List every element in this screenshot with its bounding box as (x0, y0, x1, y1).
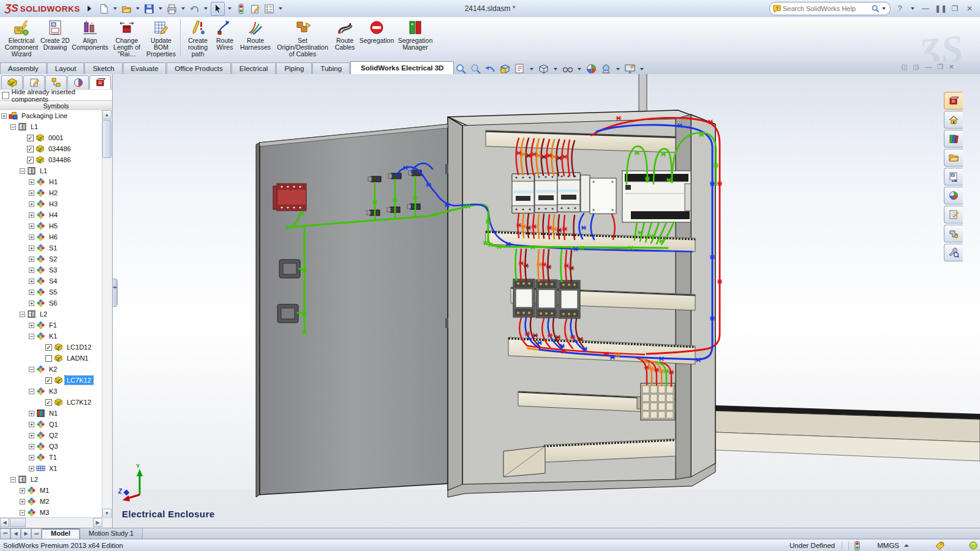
tab-model[interactable]: Model (42, 528, 80, 539)
taskpane-sw-electrical-button[interactable] (944, 92, 963, 110)
help-dropdown-icon[interactable] (911, 7, 914, 10)
tree-item-k2[interactable]: −K2 (0, 364, 102, 375)
expand-toggle-icon[interactable]: + (29, 444, 34, 449)
ribbon-change-length-button[interactable]: Change Length of "Rai… (109, 17, 145, 59)
hide-show-dropdown-icon[interactable] (578, 68, 581, 70)
collapse-toggle-icon[interactable]: − (29, 367, 34, 372)
save-button[interactable] (143, 2, 156, 15)
collapse-toggle-icon[interactable]: − (20, 312, 25, 317)
collapse-toggle-icon[interactable]: − (29, 334, 34, 339)
tab-solidworks-electrical-3d[interactable]: SolidWorks Electrical 3D (350, 61, 454, 74)
save-dropdown-icon[interactable] (159, 7, 162, 10)
component-traffic-light-button[interactable] (235, 2, 247, 15)
collapse-toggle-icon[interactable]: − (20, 510, 25, 515)
taskpane-file-explorer-button[interactable] (944, 149, 963, 167)
expand-toggle-icon[interactable]: + (29, 234, 34, 240)
tree-item-s4[interactable]: +S4 (0, 276, 102, 287)
options-list-button[interactable] (263, 2, 276, 15)
doc-restore-icon[interactable]: ❐ (937, 63, 943, 71)
tree-item-n1[interactable]: +N1 (0, 408, 102, 419)
new-dropdown-icon[interactable] (113, 7, 117, 10)
next-tab-icon[interactable]: ▶ (21, 528, 31, 539)
help-button[interactable]: ? (894, 4, 905, 13)
tree-item-l2[interactable]: −L2 (0, 474, 102, 485)
tree-item-s1[interactable]: +S1 (0, 242, 102, 253)
tree-item-034486[interactable]: ✓034486 (0, 154, 102, 165)
tree-vertical-scrollbar[interactable]: ▲ ▼ (102, 110, 112, 518)
tree-item-packaging-line[interactable]: +Packaging Line (0, 110, 102, 121)
ribbon-update-bom-properties-button[interactable]: Update BOM Properties (145, 17, 178, 59)
ribbon-align-components-button[interactable]: Align Components (71, 17, 109, 59)
tree-item-t1[interactable]: +T1 (0, 452, 102, 463)
ribbon-route-wires-button[interactable]: Route Wires (213, 17, 237, 59)
taskpane-custom-properties-button[interactable] (944, 206, 963, 223)
tree-item-m2[interactable]: +M2 (0, 496, 102, 507)
print-dropdown-icon[interactable] (181, 7, 185, 10)
expand-toggle-icon[interactable]: + (29, 422, 34, 427)
print-button[interactable] (165, 2, 178, 15)
toolbar-expand-arrow-icon[interactable] (88, 6, 91, 12)
tab-piping[interactable]: Piping (276, 62, 312, 74)
tree-item-s5[interactable]: +S5 (0, 287, 102, 298)
tree-item-k3[interactable]: −K3 (0, 386, 102, 397)
minimize-button[interactable]: — (920, 4, 931, 13)
tree-item-h3[interactable]: +H3 (0, 198, 102, 209)
apply-scene-dropdown-icon[interactable] (616, 68, 620, 70)
display-style-dropdown-icon[interactable] (554, 68, 557, 70)
tree-item-0001[interactable]: ✓0001 (0, 132, 102, 143)
scroll-up-icon[interactable]: ▲ (102, 110, 111, 119)
expand-toggle-icon[interactable]: + (29, 411, 34, 416)
tree-item-034486[interactable]: ✓034486 (0, 143, 102, 154)
tree-checkbox[interactable]: ✓ (27, 135, 34, 141)
prev-tab-icon[interactable]: ◀ (10, 528, 21, 539)
expand-toggle-icon[interactable]: + (29, 212, 34, 218)
ribbon-route-harnesses-button[interactable]: Route Harnesses (237, 17, 274, 59)
expand-toggle-icon[interactable]: + (29, 257, 34, 262)
tree-checkbox[interactable]: ✓ (27, 157, 34, 163)
options-dropdown-icon[interactable] (279, 7, 282, 10)
taskpane-design-library-button[interactable] (944, 130, 963, 148)
zoom-to-fit-icon[interactable] (454, 62, 467, 75)
new-document-button[interactable] (97, 2, 110, 15)
view-settings-icon[interactable] (624, 62, 636, 75)
taskpane-routing-library-button[interactable] (944, 225, 963, 242)
ribbon-create-2d-drawing-button[interactable]: Create 2D Drawing (39, 17, 71, 59)
tree-item-x1[interactable]: +X1 (0, 463, 102, 474)
expand-toggle-icon[interactable]: + (29, 179, 34, 185)
tree-item-s6[interactable]: +S6 (0, 298, 102, 309)
first-tab-icon[interactable]: ⏮ (0, 528, 10, 539)
viewport-3d-scene[interactable]: Y Z Electrical Enclosure (112, 74, 980, 528)
expand-toggle-icon[interactable]: + (29, 301, 34, 306)
ribbon-route-cables-button[interactable]: Route Cables (331, 17, 358, 59)
collapse-toggle-icon[interactable]: − (10, 477, 16, 482)
tab-office-products[interactable]: Office Products (167, 62, 230, 74)
ribbon-create-routing-path-button[interactable]: Create routing path (183, 17, 213, 59)
undo-button[interactable] (188, 2, 201, 15)
tree-item-s3[interactable]: +S3 (0, 264, 102, 276)
tree-item-h2[interactable]: +H2 (0, 187, 102, 198)
tree-item-q3[interactable]: +Q3 (0, 441, 102, 452)
tree-item-l2[interactable]: −L2 (0, 309, 102, 320)
tree-checkbox[interactable] (45, 355, 52, 362)
taskpane-view-palette-button[interactable] (944, 168, 963, 186)
doc-close-icon[interactable]: ✕ (949, 63, 954, 71)
tree-item-f1[interactable]: +F1 (0, 320, 102, 331)
taskpane-home-button[interactable] (944, 111, 963, 129)
tree-item-m1[interactable]: +M1 (0, 485, 102, 496)
expand-toggle-icon[interactable]: + (29, 279, 34, 284)
status-units[interactable]: MMGS (877, 542, 899, 549)
search-input[interactable] (782, 4, 871, 13)
tree-item-ladn1[interactable]: LADN1 (0, 353, 102, 364)
tree-item-h1[interactable]: +H1 (0, 176, 102, 187)
restore-button[interactable]: ❐ (949, 4, 960, 13)
tree-checkbox[interactable]: ✓ (45, 399, 52, 406)
tree-item-h4[interactable]: +H4 (0, 209, 102, 220)
expand-toggle-icon[interactable]: + (29, 466, 34, 471)
section-view-icon[interactable] (499, 62, 511, 75)
tab-tubing[interactable]: Tubing (312, 62, 350, 74)
undo-dropdown-icon[interactable] (204, 7, 208, 10)
scroll-down-icon[interactable]: ▼ (102, 509, 111, 518)
view-settings-dropdown-icon[interactable] (640, 68, 644, 70)
taskpane-diagnostics-button[interactable] (944, 244, 963, 261)
open-button[interactable] (120, 2, 133, 15)
